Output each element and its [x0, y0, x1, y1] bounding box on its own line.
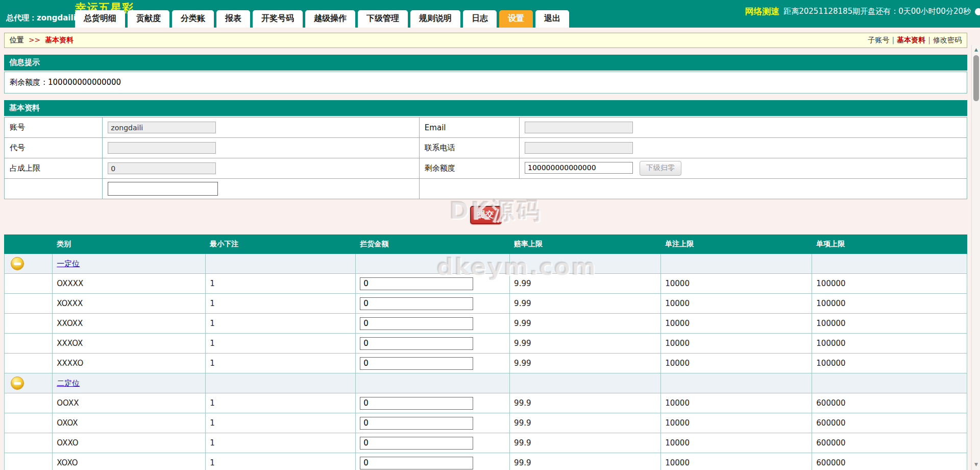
table-row-XXXXO: XXXXO19.9910000100000 [5, 354, 967, 373]
top-header: 总代理：zongdaili 幸运五星彩 总货明细贡献度分类账报表开奖号码越级操作… [0, 0, 980, 28]
table-row-OOXX: OOXX199.910000600000 [5, 393, 967, 413]
breadcrumb-link-修改密码[interactable]: 修改密码 [933, 36, 962, 44]
info-section-title: 信息提示 [4, 55, 967, 70]
scrollbar-down-arrow-icon[interactable]: ▼ [972, 460, 980, 469]
table-row-XXXOX: XXXOX19.9910000100000 [5, 334, 967, 354]
reset-subordinates-button[interactable]: 下级归零 [640, 161, 681, 176]
column-header-4: 赔率上限 [510, 235, 661, 254]
profile-section-title: 基本资料 [4, 100, 967, 116]
collapse-minus-icon[interactable] [11, 257, 24, 270]
breadcrumb-separator: >> [29, 36, 40, 44]
scrollbar-thumb[interactable] [973, 55, 979, 101]
scrollbar-up-arrow-icon[interactable]: ▲ [972, 45, 980, 54]
block-amount-input-OXOX[interactable] [360, 417, 473, 430]
block-amount-input-XXXOX[interactable] [360, 337, 473, 350]
limits-table-header-row: 类别最小下注拦货金额赔率上限单注上限单项上限 [5, 235, 967, 254]
link-separator: | [928, 36, 930, 44]
header-status-area: 网络测速 距离20251128185期开盘还有：0天00小时00分20秒 [745, 6, 975, 17]
group-link-二定位[interactable]: 二定位 [57, 379, 80, 388]
code-label: 代号 [5, 138, 103, 158]
breadcrumb-links: 子账号|基本资料|修改密码 [868, 36, 962, 45]
tab-报表[interactable]: 报表 [216, 10, 250, 28]
table-row-OXXXX: OXXXX19.9910000100000 [5, 274, 967, 294]
share-limit-label: 占成上限 [5, 158, 103, 179]
phone-label: 联系电话 [419, 138, 519, 158]
countdown-text: 距离20251128185期开盘还有：0天00小时00分20秒 [783, 7, 971, 16]
tab-设置[interactable]: 设置 [499, 10, 533, 28]
column-header-0 [5, 235, 53, 254]
tab-日志[interactable]: 日志 [463, 10, 497, 28]
tab-退出[interactable]: 退出 [535, 10, 569, 28]
table-row-XOXO: XOXO199.910000600000 [5, 453, 967, 470]
phone-field [525, 142, 633, 154]
block-amount-input-OXXXX[interactable] [360, 277, 473, 290]
tab-总货明细[interactable]: 总货明细 [75, 10, 125, 28]
block-amount-input-XXXXO[interactable] [360, 357, 473, 370]
email-field [525, 122, 633, 133]
tab-越级操作[interactable]: 越级操作 [305, 10, 355, 28]
share-limit-field [108, 162, 216, 174]
account-label: 账号 [5, 118, 103, 138]
tab-分类账[interactable]: 分类账 [172, 10, 214, 28]
remaining-credit-line: 剩余额度：100000000000000 [5, 72, 967, 93]
column-header-3: 拦货金额 [356, 235, 510, 254]
block-amount-input-XOXXX[interactable] [360, 297, 473, 310]
block-amount-input-XXOXX[interactable] [360, 317, 473, 330]
info-section: 信息提示 剩余额度：100000000000000 [4, 55, 967, 93]
nav-tabs: 总货明细贡献度分类账报表开奖号码越级操作下级管理规则说明日志设置退出 [75, 10, 569, 28]
profile-form: 账号 Email 代号 联系电话 占成上限 剩余额度 下级归零 [4, 117, 967, 199]
vertical-scrollbar[interactable]: ▲ ▼ [971, 45, 980, 470]
collapse-minus-icon[interactable] [11, 377, 24, 390]
breadcrumb: 位置 >> 基本资料 子账号|基本资料|修改密码 [4, 33, 967, 48]
block-amount-input-OXXO[interactable] [360, 437, 473, 450]
block-amount-input-XOXO[interactable] [360, 457, 473, 469]
extra-label [5, 179, 103, 199]
limits-table-body: 一定位OXXXX19.9910000100000XOXXX19.99100001… [5, 254, 967, 470]
extra-input[interactable] [108, 182, 218, 196]
column-header-6: 单项上限 [812, 235, 967, 254]
email-label: Email [419, 118, 519, 138]
column-header-5: 单注上限 [661, 235, 812, 254]
submit-button[interactable]: 提交 [470, 206, 502, 224]
link-separator: | [892, 36, 895, 44]
agent-label: 总代理：zongdaili [6, 13, 76, 23]
main-content: 位置 >> 基本资料 子账号|基本资料|修改密码 信息提示 剩余额度：10000… [0, 28, 971, 470]
empty-cell [419, 179, 967, 199]
tab-贡献度[interactable]: 贡献度 [128, 10, 169, 28]
balance-label: 剩余额度 [419, 158, 519, 179]
group-link-一定位[interactable]: 一定位 [57, 259, 80, 268]
column-header-1: 类别 [53, 235, 206, 254]
remaining-credit-value: 100000000000000 [48, 78, 121, 87]
tab-规则说明[interactable]: 规则说明 [410, 10, 460, 28]
breadcrumb-current-page: 基本资料 [45, 36, 74, 44]
breadcrumb-location-label: 位置 [10, 36, 24, 44]
speed-test-link[interactable]: 网络测速 [745, 6, 779, 17]
clock-icon [975, 8, 980, 15]
code-field [108, 142, 216, 154]
tab-下级管理[interactable]: 下级管理 [358, 10, 408, 28]
group-row-二定位: 二定位 [5, 373, 967, 393]
profile-section: 基本资料 账号 Email 代号 联系电话 占成上限 剩余额度 下级归零 [4, 100, 967, 199]
table-row-OXXO: OXXO199.910000600000 [5, 433, 967, 453]
remaining-credit-label: 剩余额度： [10, 78, 48, 87]
breadcrumb-link-基本资料[interactable]: 基本资料 [897, 36, 925, 44]
breadcrumb-location: 位置 >> 基本资料 [10, 36, 74, 45]
table-row-XXOXX: XXOXX19.9910000100000 [5, 314, 967, 334]
limits-table: 类别最小下注拦货金额赔率上限单注上限单项上限 一定位OXXXX19.991000… [4, 234, 967, 470]
block-amount-input-OOXX[interactable] [360, 397, 473, 410]
table-row-XOXXX: XOXXX19.9910000100000 [5, 294, 967, 314]
submit-row: 提交 [4, 206, 967, 224]
breadcrumb-link-子账号[interactable]: 子账号 [868, 36, 890, 44]
tab-开奖号码[interactable]: 开奖号码 [253, 10, 303, 28]
table-row-OXOX: OXOX199.910000600000 [5, 413, 967, 433]
account-field [108, 122, 216, 133]
column-header-2: 最小下注 [206, 235, 356, 254]
balance-field[interactable] [525, 162, 633, 174]
group-row-一定位: 一定位 [5, 254, 967, 274]
